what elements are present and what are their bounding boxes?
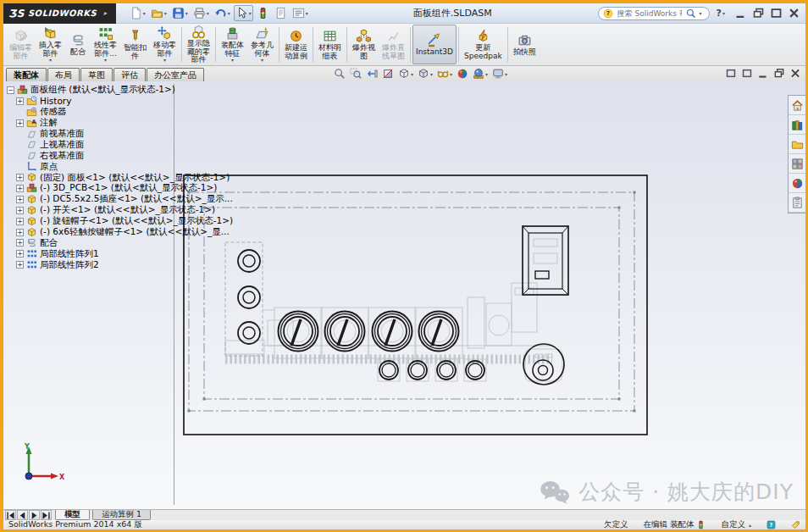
tree-item[interactable]: +(-) DC5.5x2.5插座<1> (默认<<默认>_显示... (7, 194, 174, 205)
explode-line-sketch-button[interactable]: 爆炸直线草图 (379, 25, 408, 64)
dropdown-caret-icon[interactable]: ▾ (430, 71, 433, 77)
expand-toggle[interactable]: + (16, 185, 24, 192)
doc-close-button[interactable] (789, 69, 801, 78)
update-speedpak-button[interactable]: 更新Speedpak (461, 25, 506, 64)
quick-tips-icon[interactable]: ? (766, 520, 776, 529)
help-menu-button[interactable]: ?▾ (717, 8, 725, 19)
print-button[interactable]: ▾ (191, 5, 211, 21)
display-style-button[interactable]: ▾ (416, 68, 434, 80)
smart-fastener-button[interactable]: 智能扣件 (120, 25, 150, 64)
expand-toggle[interactable]: + (16, 261, 24, 269)
tree-item[interactable]: +(-) 3D_PCB<1> (默认<默认_显示状态-1>) (7, 183, 174, 194)
doc-window-button-2[interactable] (741, 69, 753, 78)
tab-command[interactable]: 草图 (80, 68, 113, 81)
dropdown-caret-icon[interactable]: ▾ (485, 71, 488, 77)
custom-status-dropdown[interactable]: 自定义▴ (721, 519, 751, 530)
tree-item[interactable]: +配合 (7, 237, 174, 248)
assembly-feature-button[interactable]: 装配体特征▾ (218, 25, 247, 64)
restore-button[interactable] (751, 8, 765, 19)
reference-geometry-button[interactable]: 参考几何体▾ (247, 25, 277, 64)
expand-toggle[interactable]: + (16, 239, 24, 247)
new-document-button[interactable]: ▾ (128, 5, 147, 21)
tree-item[interactable]: +A注解 (7, 118, 174, 129)
dropdown-caret-icon[interactable]: ▾ (306, 10, 308, 16)
view-orientation-button[interactable]: ▾ (396, 68, 415, 80)
tab-command[interactable]: 办公室产品 (147, 68, 204, 81)
rebuild-button[interactable] (255, 5, 271, 21)
search-input[interactable] (616, 8, 683, 19)
minimize-button[interactable] (733, 8, 747, 19)
exploded-view-button[interactable]: 爆炸视图 (349, 25, 379, 64)
expand-toggle[interactable]: + (16, 218, 24, 225)
dropdown-caret-icon[interactable]: ▾ (249, 10, 252, 16)
snapshot-button[interactable]: 拍快照 (510, 25, 540, 64)
search-icon[interactable] (686, 8, 696, 19)
close-button[interactable] (787, 8, 800, 19)
tree-item[interactable]: +History (7, 96, 174, 107)
file-explorer-button[interactable] (789, 135, 805, 154)
zoom-area-button[interactable] (348, 68, 363, 80)
previous-view-button[interactable] (364, 68, 379, 80)
dropdown-caret-icon[interactable]: ▾ (261, 58, 263, 63)
select-button[interactable]: ▾ (234, 5, 253, 21)
expand-toggle[interactable]: + (16, 207, 24, 214)
options-button[interactable]: ▾ (291, 5, 310, 21)
tree-item[interactable]: 上视基准面 (7, 139, 174, 150)
expand-toggle[interactable]: + (16, 250, 24, 258)
dropdown-caret-icon[interactable]: ▾ (49, 58, 52, 63)
tree-item[interactable]: 传感器 (7, 107, 174, 118)
tree-item[interactable]: 原点 (7, 161, 174, 172)
expand-toggle[interactable]: + (16, 174, 24, 181)
move-component-button[interactable]: 移动零部件▾ (150, 25, 180, 64)
tree-item[interactable]: +(-) 开关<1> (默认<<默认>_显示状态-1>) (7, 205, 174, 216)
collapse-toggle[interactable]: − (7, 86, 14, 94)
hide-show-items-button[interactable]: ▾ (435, 68, 454, 80)
tab-active-command[interactable]: 装配体 (6, 68, 47, 81)
dropdown-caret-icon[interactable]: ▾ (185, 10, 188, 16)
file-properties-button[interactable] (273, 5, 289, 21)
logo-flyout-arrow-icon[interactable]: ▸ (103, 9, 108, 17)
section-view-button[interactable] (380, 68, 396, 80)
dropdown-caret-icon[interactable]: ▾ (228, 10, 230, 16)
tree-item[interactable]: +(-) 6x6轻触按键帽子<1> (默认<<默认>_显... (7, 227, 174, 238)
search-dropdown-caret[interactable]: ▾ (700, 10, 702, 16)
dropdown-caret-icon[interactable]: ▾ (411, 71, 413, 77)
instant3d-button[interactable]: Instant3D (412, 25, 457, 64)
dropdown-caret-icon[interactable]: ▾ (104, 58, 107, 63)
dropdown-caret-icon[interactable]: ▾ (450, 71, 452, 77)
expand-toggle[interactable]: + (16, 229, 24, 236)
tab-command[interactable]: 评估 (113, 68, 146, 81)
tree-item[interactable]: +局部线性阵列2 (7, 259, 174, 270)
tree-item[interactable]: +局部线性阵列1 (7, 248, 174, 259)
view-palette-button[interactable] (789, 154, 805, 174)
expand-toggle[interactable]: + (16, 119, 24, 127)
zoom-fit-button[interactable] (332, 68, 347, 80)
dropdown-caret-icon[interactable]: ▾ (231, 58, 234, 63)
doc-restore-button[interactable] (773, 69, 785, 78)
mate-button[interactable]: 配合 (65, 25, 91, 64)
edit-component-button[interactable]: 编辑零部件 (6, 25, 36, 64)
view-settings-button[interactable]: ▾ (490, 68, 509, 80)
tree-item[interactable]: −面板组件 (默认<默认_显示状态-1>) (7, 85, 174, 96)
dropdown-caret-icon[interactable]: ▾ (164, 10, 167, 16)
dropdown-caret-icon[interactable]: ▾ (207, 10, 209, 16)
doc-window-button-1[interactable] (725, 69, 737, 78)
dropdown-caret-icon[interactable]: ▾ (505, 71, 507, 77)
appearances-button[interactable] (789, 174, 805, 193)
custom-properties-button[interactable] (789, 193, 805, 213)
doc-minimize-button[interactable] (757, 69, 769, 78)
tree-item[interactable]: +(-) 旋钮帽子<1> (默认<<默认>_显示状态-1>) (7, 216, 174, 227)
save-button[interactable]: ▾ (170, 5, 190, 21)
new-motion-study-button[interactable]: 新建运动算例 (281, 25, 311, 64)
tab-command[interactable]: 布局 (47, 68, 80, 81)
insert-component-button[interactable]: 插入零部件▾ (36, 25, 65, 64)
maximize-button[interactable] (769, 8, 783, 19)
resources-home-button[interactable] (789, 96, 805, 115)
design-library-button[interactable] (789, 115, 805, 135)
dropdown-caret-icon[interactable]: ▾ (143, 10, 146, 16)
graphics-viewport[interactable]: Y X −面板组件 (默认<默认_显示状态-1>)+History传感器+A注解… (3, 81, 805, 509)
tree-item[interactable]: 前视基准面 (7, 129, 174, 140)
linear-pattern-button[interactable]: 线性零部件...▾ (91, 25, 120, 64)
open-button[interactable]: ▾ (149, 5, 169, 21)
tag-icon[interactable] (791, 520, 800, 529)
